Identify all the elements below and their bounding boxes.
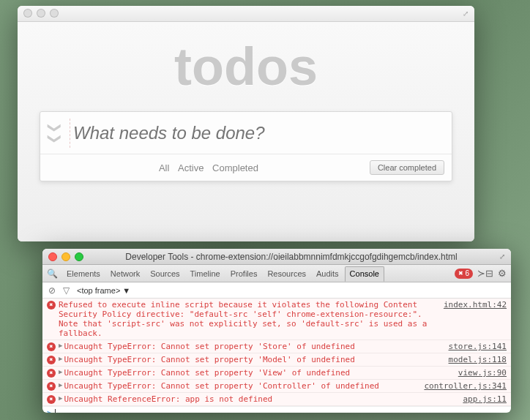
tab-profiles[interactable]: Profiles [226,266,262,281]
error-icon: ✖ [47,301,56,310]
filter-list: All Active Completed [48,162,370,173]
error-icon: ✖ [47,382,56,391]
error-icon: ✖ [47,342,56,351]
app-heading: todos [40,37,452,97]
expand-arrow-icon[interactable]: ▶ [59,394,62,402]
error-icon: ✖ [47,395,56,404]
close-icon[interactable] [23,9,32,18]
filter-completed[interactable]: Completed [212,162,258,173]
devtools-tabs: 🔍 Elements Network Sources Timeline Prof… [42,265,511,282]
console-error-row: ✖Refused to execute inline script becaus… [42,299,511,340]
search-icon[interactable]: 🔍 [47,269,58,279]
todo-footer: All Active Completed Clear completed [40,154,452,181]
app-traffic-lights [23,9,59,18]
console-error-row: ✖▶Uncaught TypeError: Cannot set propert… [42,353,511,367]
close-icon[interactable] [48,252,57,261]
error-message: Uncaught TypeError: Cannot set property … [64,342,442,351]
tab-network[interactable]: Network [106,266,144,281]
filter-all[interactable]: All [159,162,169,173]
error-message: Uncaught TypeError: Cannot set property … [64,355,442,364]
error-icon: ✖ [47,369,56,378]
minimize-icon[interactable] [37,9,45,18]
devtools-title: Developer Tools - chrome-extension://oie… [83,252,499,262]
error-count: 6 [465,269,469,279]
expand-arrow-icon[interactable]: ▶ [59,381,62,389]
console-error-row: ✖▶Uncaught TypeError: Cannot set propert… [42,340,511,353]
error-message: Uncaught TypeError: Cannot set property … [64,368,452,378]
fullscreen-icon[interactable]: ⤢ [499,252,505,260]
toggle-all-icon[interactable]: ❯❯ [47,119,63,148]
prompt-caret-icon: > [47,408,52,413]
error-icon: ✖ [47,356,56,364]
settings-icon[interactable]: ⚙ [498,268,507,279]
filter-active[interactable]: Active [178,162,204,173]
console-error-row: ✖▶Uncaught ReferenceError: app is not de… [42,393,511,406]
console-toolbar: ⊘ ▽ <top frame> ▼ [42,282,511,299]
expand-arrow-icon[interactable]: ▶ [59,342,62,349]
drawer-toggle-icon[interactable]: ≻⊟ [477,268,493,279]
app-body: todos ❯❯ All Active Completed Clear comp… [18,22,474,241]
expand-arrow-icon[interactable]: ▶ [59,368,62,375]
clear-completed-button[interactable]: Clear completed [370,160,444,175]
app-titlebar[interactable]: ⤢ [18,6,474,22]
filter-icon[interactable]: ▽ [63,285,70,296]
error-message: Uncaught ReferenceError: app is not defi… [64,394,457,404]
expand-arrow-icon[interactable]: ▶ [59,355,62,362]
tab-sources[interactable]: Sources [146,266,184,281]
todo-card: ❯❯ All Active Completed Clear completed [40,111,452,181]
devtools-window: Developer Tools - chrome-extension://oie… [42,249,511,413]
tab-console[interactable]: Console [345,266,384,282]
console-error-row: ✖▶Uncaught TypeError: Cannot set propert… [42,367,511,380]
error-count-badge[interactable]: 6 [455,269,473,279]
console-prompt[interactable]: > [42,406,511,413]
tab-timeline[interactable]: Timeline [186,266,225,281]
error-message: Refused to execute inline script because… [59,300,438,338]
console-input[interactable] [56,408,507,413]
zoom-icon[interactable] [50,9,59,18]
todos-app-window: ⤢ todos ❯❯ All Active Completed Clear co… [18,6,474,241]
error-source-link[interactable]: model.js:118 [449,355,507,364]
zoom-icon[interactable] [75,252,83,261]
frame-selector[interactable]: <top frame> ▼ [77,286,130,295]
error-source-link[interactable]: store.js:141 [449,342,507,351]
error-source-link[interactable]: view.js:90 [458,368,507,378]
tab-audits[interactable]: Audits [312,266,343,281]
todo-input-row: ❯❯ [40,112,452,154]
tab-resources[interactable]: Resources [263,266,310,281]
devtools-titlebar[interactable]: Developer Tools - chrome-extension://oie… [42,249,511,265]
console-error-row: ✖▶Uncaught TypeError: Cannot set propert… [42,380,511,393]
error-source-link[interactable]: index.html:42 [444,300,507,310]
error-source-link[interactable]: app.js:11 [463,394,507,404]
minimize-icon[interactable] [61,252,70,261]
console-output: ✖Refused to execute inline script becaus… [42,299,511,413]
error-source-link[interactable]: controller.js:341 [424,381,507,391]
devtools-traffic-lights [48,252,83,261]
fullscreen-icon[interactable]: ⤢ [463,10,469,18]
error-message: Uncaught TypeError: Cannot set property … [64,381,418,391]
new-todo-input[interactable] [70,119,452,148]
tab-elements[interactable]: Elements [62,266,105,281]
clear-console-icon[interactable]: ⊘ [48,285,56,296]
